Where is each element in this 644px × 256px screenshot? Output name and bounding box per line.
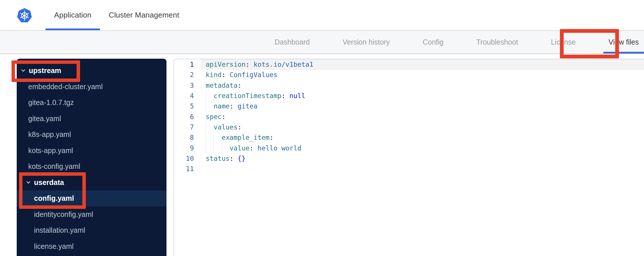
token-key: metadata [206, 82, 238, 89]
token-key: creationTimestamp [214, 92, 281, 100]
tree-file-kots-config-yaml[interactable]: kots-config.yaml [17, 158, 166, 175]
tree-file-license-yaml[interactable]: license.yaml [17, 238, 166, 255]
code-line-5: 5 name: gitea [174, 101, 644, 111]
token-punct: : [230, 155, 234, 162]
code-text: status: {} [201, 155, 246, 162]
token-keyword: {} [234, 155, 246, 162]
code-text: kind: ConfigValues [201, 71, 277, 79]
code-line-9: 9 value: hello world [174, 143, 644, 153]
tree-file-installation-yaml[interactable]: installation.yaml [17, 222, 166, 238]
line-content[interactable]: apiVersion: kots.io/v1beta1 [201, 59, 644, 70]
tree-file-gitea-yaml[interactable]: gitea.yaml [17, 111, 166, 127]
token-punct: : [281, 92, 285, 100]
code-text: spec: [201, 113, 226, 121]
code-line-6: 6spec: [174, 111, 644, 122]
chevron-down-icon [21, 68, 26, 73]
line-number-5: 5 [174, 102, 201, 110]
nav-tab-dashboard[interactable]: Dashboard [269, 31, 315, 54]
header-tab-application[interactable]: Application [46, 0, 100, 30]
token-value: hello world [253, 144, 301, 152]
indent-guide [221, 143, 222, 153]
token-punct: : [221, 113, 226, 121]
line-number-2: 2 [174, 71, 201, 79]
token-plain [206, 102, 214, 110]
line-number-9: 9 [174, 144, 201, 152]
token-key: apiVersion [206, 61, 245, 68]
indent-guide [206, 122, 206, 132]
code-text: metadata: [201, 82, 242, 89]
line-content[interactable]: value: hello world [201, 143, 644, 153]
indent-guide [206, 143, 206, 153]
tree-folder-userdata[interactable]: userdata [17, 175, 166, 191]
nav-tab-license[interactable]: License [546, 31, 581, 54]
line-content[interactable]: example_item: [201, 132, 644, 143]
tree-file-embedded-cluster-yaml[interactable]: embedded-cluster.yaml [17, 79, 166, 95]
code-text: name: gitea [201, 102, 257, 110]
header-tab-cluster-management[interactable]: Cluster Management [100, 0, 188, 30]
tree-folder-upstream[interactable]: upstream [17, 63, 166, 79]
line-number-7: 7 [174, 123, 201, 131]
token-key: spec [206, 113, 221, 121]
token-plain [206, 92, 214, 100]
tree-item-label: config.yaml [34, 194, 74, 202]
token-keyword: null [285, 92, 305, 100]
token-key: example_item [221, 134, 269, 141]
token-value: kots.io/v1beta1 [249, 61, 313, 68]
app-header: ApplicationCluster Management [0, 0, 644, 31]
tree-item-label: embedded-cluster.yaml [28, 83, 103, 91]
tree-item-label: userdata [34, 178, 64, 187]
line-number-6: 6 [174, 113, 201, 121]
kots-admin-console: ApplicationCluster Management DashboardV… [0, 0, 644, 256]
line-content[interactable]: status: {} [201, 153, 644, 164]
token-plain [206, 144, 230, 152]
nav-tab-troubleshoot[interactable]: Troubleshoot [471, 31, 523, 54]
line-number-10: 10 [174, 155, 201, 162]
code-text: creationTimestamp: null [201, 92, 305, 100]
code-line-11: 11 [174, 164, 644, 174]
line-number-1: 1 [174, 61, 201, 68]
token-key: name [214, 102, 230, 110]
token-punct: : [221, 71, 226, 79]
line-number-3: 3 [174, 82, 201, 89]
line-content[interactable]: name: gitea [201, 101, 644, 111]
line-content[interactable]: values: [201, 122, 644, 132]
code-line-2: 2kind: ConfigValues [174, 70, 644, 80]
nav-tab-version-history[interactable]: Version history [337, 31, 395, 54]
line-content[interactable]: metadata: [201, 80, 644, 91]
code-text: apiVersion: kots.io/v1beta1 [201, 61, 313, 68]
token-punct: : [245, 61, 249, 68]
line-content[interactable] [201, 164, 644, 174]
indent-guide [213, 143, 214, 153]
yaml-file-editor[interactable]: 1apiVersion: kots.io/v1beta12kind: Confi… [173, 59, 644, 256]
tree-file-config-yaml[interactable]: config.yaml [17, 190, 166, 207]
tree-item-label: installation.yaml [34, 226, 85, 234]
chevron-down-icon [26, 180, 31, 185]
kubernetes-logo-icon [17, 7, 32, 23]
indent-guide [213, 132, 214, 143]
token-punct: : [238, 123, 242, 131]
tree-file-kots-app-yaml[interactable]: kots-app.yaml [17, 143, 166, 159]
line-number-8: 8 [174, 134, 201, 141]
tree-item-label: gitea.yaml [28, 114, 61, 123]
token-value: gitea [234, 102, 257, 110]
indent-guide [206, 91, 206, 101]
token-punct: : [270, 134, 274, 141]
tree-file-k8s-app-yaml[interactable]: k8s-app.yaml [17, 127, 166, 143]
code-line-8: 8 example_item: [174, 132, 644, 143]
nav-tab-view-files[interactable]: View files [603, 31, 644, 54]
code-line-10: 10status: {} [174, 153, 644, 164]
token-plain [206, 123, 214, 131]
nav-tab-config[interactable]: Config [417, 31, 448, 54]
tree-file-identityconfig-yaml[interactable]: identityconfig.yaml [17, 207, 166, 223]
line-content[interactable]: kind: ConfigValues [201, 70, 644, 80]
code-text: example_item: [201, 134, 273, 141]
token-value: ConfigValues [226, 71, 277, 79]
token-punct: : [238, 82, 242, 89]
tree-item-label: identityconfig.yaml [34, 210, 93, 219]
code-line-7: 7 values: [174, 122, 644, 132]
tree-file-gitea-1-0-7-tgz[interactable]: gitea-1.0.7.tgz [17, 95, 166, 111]
indent-guide [206, 132, 206, 143]
line-content[interactable]: spec: [201, 111, 644, 122]
tree-item-label: gitea-1.0.7.tgz [28, 98, 74, 107]
line-content[interactable]: creationTimestamp: null [201, 91, 644, 101]
